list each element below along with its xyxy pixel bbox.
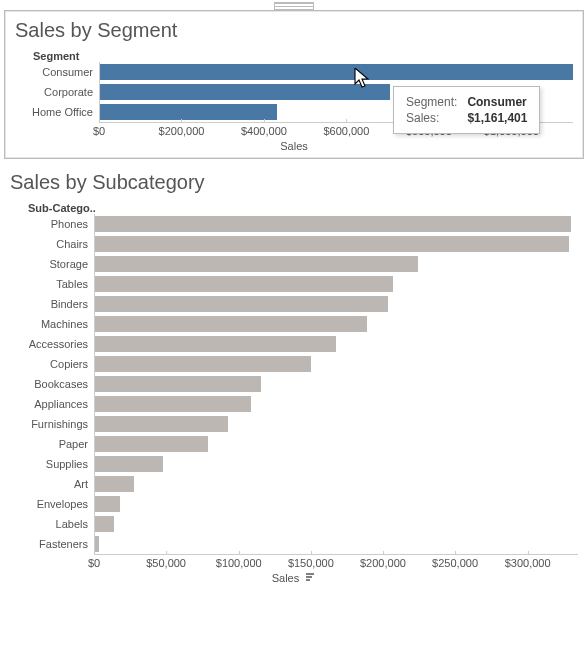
tick-label: $250,000: [432, 555, 478, 569]
row-label: Envelopes: [10, 498, 94, 510]
row-label: Paper: [10, 438, 94, 450]
x-axis-label: Sales: [15, 140, 573, 152]
row-label: Binders: [10, 298, 94, 310]
panel-sales-by-segment: Sales by Segment Segment Consumer Corpor…: [4, 10, 584, 159]
panel-sales-by-subcategory: Sales by Subcategory Sub-Catego.. Phones…: [0, 163, 588, 591]
bar-row[interactable]: Phones: [10, 214, 578, 234]
bar-row[interactable]: Furnishings: [10, 414, 578, 434]
tick-label: $400,000: [241, 123, 287, 137]
tick-label: $100,000: [216, 555, 262, 569]
bar-row[interactable]: Appliances: [10, 394, 578, 414]
tooltip-field-value: $1,161,401: [467, 111, 527, 125]
bar-row[interactable]: Storage: [10, 254, 578, 274]
y-axis-header: Segment: [33, 50, 573, 62]
tick-label: $600,000: [323, 123, 369, 137]
bar[interactable]: [95, 436, 208, 452]
bar-row[interactable]: Supplies: [10, 454, 578, 474]
tooltip-field-label: Segment:: [406, 95, 465, 109]
bar[interactable]: [95, 376, 261, 392]
bar-row[interactable]: Tables: [10, 274, 578, 294]
tick-label: $300,000: [505, 555, 551, 569]
plot-area-subcategory[interactable]: Phones Chairs Storage Tables Binders Mac…: [10, 214, 578, 554]
bar[interactable]: [95, 396, 251, 412]
row-label: Chairs: [10, 238, 94, 250]
bar-row[interactable]: Paper: [10, 434, 578, 454]
bar-consumer[interactable]: [100, 64, 573, 80]
tick-label: $200,000: [360, 555, 406, 569]
row-label: Copiers: [10, 358, 94, 370]
tick-label: $50,000: [146, 555, 186, 569]
tick-label: $0: [93, 123, 105, 137]
row-label: Accessories: [10, 338, 94, 350]
row-label: Labels: [10, 518, 94, 530]
bar[interactable]: [95, 276, 393, 292]
bar-row[interactable]: Fasteners: [10, 534, 578, 554]
bar-row[interactable]: Art: [10, 474, 578, 494]
bar[interactable]: [95, 256, 418, 272]
chart-title: Sales by Segment: [15, 19, 573, 42]
bar-row[interactable]: Copiers: [10, 354, 578, 374]
bar-row[interactable]: Binders: [10, 294, 578, 314]
bar-home-office[interactable]: [100, 104, 277, 120]
bar-row[interactable]: Envelopes: [10, 494, 578, 514]
bar[interactable]: [95, 316, 367, 332]
row-label: Bookcases: [10, 378, 94, 390]
drag-handle[interactable]: [274, 2, 314, 10]
bar-row-consumer[interactable]: Consumer: [15, 62, 573, 82]
sort-desc-icon[interactable]: [306, 573, 316, 585]
row-label: Supplies: [10, 458, 94, 470]
bar[interactable]: [95, 416, 228, 432]
bar[interactable]: [95, 496, 120, 512]
bar-row[interactable]: Chairs: [10, 234, 578, 254]
row-label: Furnishings: [10, 418, 94, 430]
x-axis-text: Sales: [272, 572, 300, 584]
bar[interactable]: [95, 216, 571, 232]
bar[interactable]: [95, 356, 311, 372]
bar-row[interactable]: Bookcases: [10, 374, 578, 394]
x-axis-subcategory: $0 $50,000 $100,000 $150,000 $200,000 $2…: [94, 554, 578, 570]
row-label: Consumer: [15, 66, 99, 78]
x-axis-text: Sales: [280, 140, 308, 152]
row-label: Art: [10, 478, 94, 490]
tooltip-field-label: Sales:: [406, 111, 465, 125]
y-axis-header: Sub-Catego..: [28, 202, 578, 214]
bar[interactable]: [95, 296, 388, 312]
bar-row[interactable]: Accessories: [10, 334, 578, 354]
row-label: Tables: [10, 278, 94, 290]
bar[interactable]: [95, 536, 99, 552]
bar[interactable]: [95, 476, 134, 492]
row-label: Home Office: [15, 106, 99, 118]
chart-title: Sales by Subcategory: [10, 171, 578, 194]
tick-label: $0: [88, 555, 100, 569]
tick-label: $200,000: [159, 123, 205, 137]
x-axis-label: Sales: [10, 572, 578, 585]
bar[interactable]: [95, 236, 569, 252]
row-label: Appliances: [10, 398, 94, 410]
row-label: Fasteners: [10, 538, 94, 550]
tooltip: Segment: Consumer Sales: $1,161,401: [393, 86, 540, 134]
bar-row[interactable]: Labels: [10, 514, 578, 534]
bar[interactable]: [95, 456, 163, 472]
row-label: Phones: [10, 218, 94, 230]
row-label: Storage: [10, 258, 94, 270]
row-label: Corporate: [15, 86, 99, 98]
bar-row[interactable]: Machines: [10, 314, 578, 334]
tick-label: $150,000: [288, 555, 334, 569]
bar[interactable]: [95, 336, 336, 352]
tooltip-field-value: Consumer: [467, 95, 527, 109]
row-label: Machines: [10, 318, 94, 330]
bar-corporate[interactable]: [100, 84, 390, 100]
plot-area-segment[interactable]: Consumer Corporate Home Office Segment: …: [15, 62, 573, 122]
bar[interactable]: [95, 516, 114, 532]
